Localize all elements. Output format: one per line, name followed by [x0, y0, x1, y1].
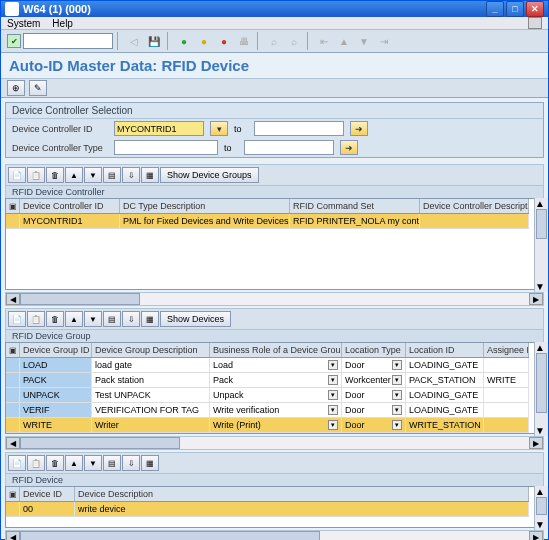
- show-devices-button[interactable]: Show Devices: [160, 311, 231, 327]
- device-row[interactable]: 00 write device: [6, 502, 529, 517]
- back-icon[interactable]: ◁: [125, 32, 143, 50]
- dropdown-icon[interactable]: ▾: [328, 360, 338, 370]
- last-page-icon[interactable]: ⇥: [375, 32, 393, 50]
- controller-id-search-help[interactable]: ▾: [210, 121, 228, 136]
- col-device-id[interactable]: Device ID: [20, 487, 75, 501]
- controller-hscroll[interactable]: ◀▶: [5, 292, 544, 306]
- dropdown-icon[interactable]: ▾: [392, 390, 402, 400]
- col-ltype[interactable]: Location Type: [342, 343, 406, 357]
- row-marker[interactable]: [6, 373, 20, 387]
- create-icon[interactable]: 📄: [8, 311, 26, 327]
- filter-icon[interactable]: ▤: [103, 167, 121, 183]
- dropdown-icon[interactable]: ▾: [392, 420, 402, 430]
- close-button[interactable]: ✕: [526, 1, 544, 17]
- col-controller-id[interactable]: Device Controller ID: [20, 199, 120, 213]
- col-ctrl-desc[interactable]: Device Controller Description: [420, 199, 529, 213]
- export-icon[interactable]: ⇩: [122, 311, 140, 327]
- sort-desc-icon[interactable]: ▼: [84, 311, 102, 327]
- filter-icon[interactable]: ▤: [103, 455, 121, 471]
- group-hscroll[interactable]: ◀▶: [5, 436, 544, 450]
- prev-page-icon[interactable]: ▲: [335, 32, 353, 50]
- group-row[interactable]: LOADload gateLoad▾Door▾LOADING_GATE: [6, 358, 529, 373]
- controller-type-multi-button[interactable]: ➜: [340, 140, 358, 155]
- copy-icon[interactable]: 📋: [27, 167, 45, 183]
- col-device-desc[interactable]: Device Description: [75, 487, 529, 501]
- dropdown-icon[interactable]: ▾: [392, 360, 402, 370]
- col-type-desc[interactable]: DC Type Description: [120, 199, 290, 213]
- delete-icon[interactable]: 🗑: [46, 455, 64, 471]
- save-icon[interactable]: 💾: [145, 32, 163, 50]
- controller-id-to-input[interactable]: [254, 121, 344, 136]
- find-next-icon[interactable]: ⌕: [285, 32, 303, 50]
- maximize-button[interactable]: □: [506, 1, 524, 17]
- col-group-id[interactable]: Device Group ID: [20, 343, 92, 357]
- controller-id-multi-button[interactable]: ➜: [350, 121, 368, 136]
- layout-icon[interactable]: ▦: [141, 455, 159, 471]
- menu-system[interactable]: System: [7, 18, 40, 29]
- group-vscroll[interactable]: ▲▼: [534, 342, 548, 436]
- enter-icon[interactable]: ✔: [7, 34, 21, 48]
- copy-icon[interactable]: 📋: [27, 311, 45, 327]
- layout-icon[interactable]: ▦: [141, 167, 159, 183]
- execute-icon[interactable]: ⊕: [7, 80, 25, 96]
- device-hscroll[interactable]: ◀▶: [5, 530, 544, 540]
- controller-type-to-input[interactable]: [244, 140, 334, 155]
- export-icon[interactable]: ⇩: [122, 167, 140, 183]
- controller-type-from-input[interactable]: [114, 140, 218, 155]
- delete-icon[interactable]: 🗑: [46, 167, 64, 183]
- nav-exit-icon[interactable]: ●: [195, 32, 213, 50]
- delete-icon[interactable]: 🗑: [46, 311, 64, 327]
- col-lid[interactable]: Location ID: [406, 343, 484, 357]
- filter-icon[interactable]: ▤: [103, 311, 121, 327]
- row-marker[interactable]: [6, 358, 20, 372]
- create-icon[interactable]: 📄: [8, 167, 26, 183]
- group-row[interactable]: WRITEWriterWrite (Print)▾Door▾WRITE_STAT…: [6, 418, 529, 433]
- export-icon[interactable]: ⇩: [122, 455, 140, 471]
- controller-vscroll[interactable]: ▲▼: [534, 198, 548, 292]
- sort-asc-icon[interactable]: ▲: [65, 455, 83, 471]
- group-row[interactable]: PACKPack stationPack▾Workcenter▾PACK_STA…: [6, 373, 529, 388]
- sort-asc-icon[interactable]: ▲: [65, 311, 83, 327]
- copy-icon[interactable]: 📋: [27, 455, 45, 471]
- dropdown-icon[interactable]: ▾: [392, 405, 402, 415]
- col-role[interactable]: Business Role of a Device Group: [210, 343, 342, 357]
- nav-cancel-icon[interactable]: ●: [215, 32, 233, 50]
- device-vscroll[interactable]: ▲▼: [534, 486, 548, 530]
- row-marker[interactable]: [6, 403, 20, 417]
- row-marker[interactable]: [6, 502, 20, 516]
- sort-desc-icon[interactable]: ▼: [84, 455, 102, 471]
- grid-select-all[interactable]: ▣: [6, 487, 20, 501]
- dropdown-icon[interactable]: ▾: [328, 420, 338, 430]
- layout-icon[interactable]: ▦: [141, 311, 159, 327]
- dropdown-icon[interactable]: ▾: [328, 375, 338, 385]
- next-page-icon[interactable]: ▼: [355, 32, 373, 50]
- row-marker[interactable]: [6, 418, 20, 432]
- find-icon[interactable]: ⌕: [265, 32, 283, 50]
- col-cmd-set[interactable]: RFID Command Set: [290, 199, 420, 213]
- dropdown-icon[interactable]: ▾: [328, 405, 338, 415]
- controller-row[interactable]: MYCONTRID1 PML for Fixed Devices and Wri…: [6, 214, 529, 229]
- edit-icon[interactable]: ✎: [29, 80, 47, 96]
- minimize-button[interactable]: _: [486, 1, 504, 17]
- grid-select-all[interactable]: ▣: [6, 199, 20, 213]
- row-marker[interactable]: [6, 388, 20, 402]
- show-device-groups-button[interactable]: Show Device Groups: [160, 167, 259, 183]
- group-row[interactable]: VERIFVERIFICATION FOR TAGWrite verificat…: [6, 403, 529, 418]
- create-icon[interactable]: 📄: [8, 455, 26, 471]
- nav-back-icon[interactable]: ●: [175, 32, 193, 50]
- sort-desc-icon[interactable]: ▼: [84, 167, 102, 183]
- dropdown-icon[interactable]: ▾: [392, 375, 402, 385]
- col-group-desc[interactable]: Device Group Description: [92, 343, 210, 357]
- controller-id-from-input[interactable]: [114, 121, 204, 136]
- col-assignee[interactable]: Assignee Print: [484, 343, 529, 357]
- menu-help[interactable]: Help: [52, 18, 73, 29]
- menu-dropdown-icon[interactable]: [528, 17, 542, 29]
- group-row[interactable]: UNPACKTest UNPACKUnpack▾Door▾LOADING_GAT…: [6, 388, 529, 403]
- sort-asc-icon[interactable]: ▲: [65, 167, 83, 183]
- first-page-icon[interactable]: ⇤: [315, 32, 333, 50]
- command-field[interactable]: [23, 33, 113, 49]
- row-marker[interactable]: [6, 214, 20, 228]
- grid-select-all[interactable]: ▣: [6, 343, 20, 357]
- dropdown-icon[interactable]: ▾: [328, 390, 338, 400]
- print-icon[interactable]: 🖶: [235, 32, 253, 50]
